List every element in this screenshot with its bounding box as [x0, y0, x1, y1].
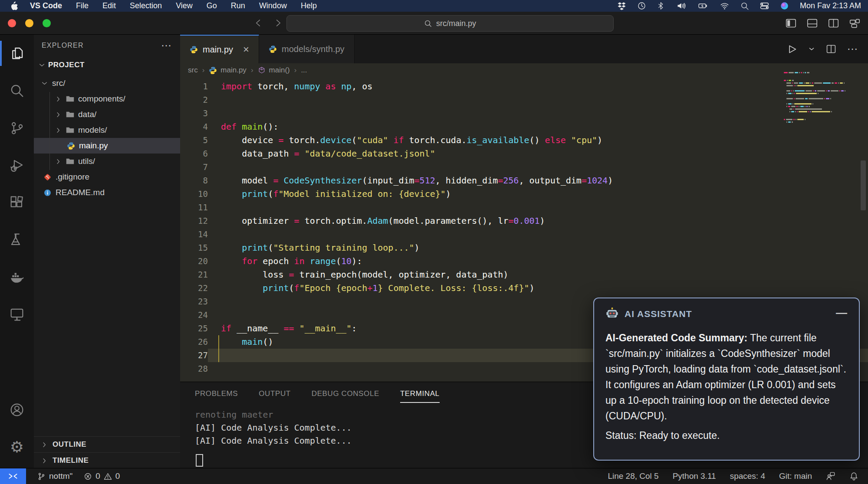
spotlight-icon[interactable] [740, 2, 749, 10]
menu-item-edit[interactable]: Edit [102, 1, 116, 10]
tree-item-models[interactable]: models/ [34, 122, 180, 138]
activity-docker[interactable] [0, 258, 34, 296]
problems-item[interactable]: 0 0 [84, 471, 120, 481]
editor-tab-models-synth-py[interactable]: models/synth.py [259, 35, 355, 63]
menu-bar-clock[interactable]: Mon Fav 2:13 AM [800, 1, 861, 10]
battery-icon[interactable] [697, 1, 709, 10]
menu-item-selection[interactable]: Selection [130, 1, 162, 10]
code-line-15[interactable]: 15 print("Starting training loop...") [180, 241, 868, 255]
minimize-panel-icon[interactable]: — [836, 307, 848, 318]
zoom-window-button[interactable] [43, 19, 51, 27]
explorer-more-actions-icon[interactable]: ⋯ [161, 39, 172, 52]
run-icon[interactable] [786, 44, 797, 55]
close-window-button[interactable] [8, 19, 16, 27]
code-line-21[interactable]: 21 loss = train_epoch(model, optimizer, … [180, 268, 868, 281]
code-line-3[interactable]: 3 [180, 107, 868, 120]
close-tab-icon[interactable]: × [243, 44, 249, 55]
breadcrumb-item-main[interactable]: main() [258, 66, 290, 75]
tree-item-src[interactable]: src/ [34, 75, 180, 91]
code-line-11[interactable]: 11 [180, 201, 868, 214]
breadcrumb-label: ... [301, 66, 307, 75]
editor-tab-main-py[interactable]: main.py× [180, 35, 259, 63]
line-number: 2 [180, 93, 208, 107]
tree-item-utils[interactable]: utils/ [34, 154, 180, 169]
panel-tab-output[interactable]: OUTPUT [259, 389, 290, 403]
sidebar-section-timeline[interactable]: TIMELINE [34, 452, 180, 468]
code-line-12[interactable]: 12 optimizer = torch.optim.Adam(model.pa… [180, 214, 868, 228]
menu-item-run[interactable]: Run [231, 1, 245, 10]
git-branch-item[interactable]: nottm" [37, 471, 72, 481]
status-git[interactable]: Git: main [779, 471, 812, 481]
code-line-8[interactable]: 8 model = CodeSynthesizer(input_dim=512,… [180, 174, 868, 187]
navigate-back-icon[interactable] [253, 18, 263, 28]
breadcrumb-item-src[interactable]: src [188, 66, 198, 75]
menu-item-vs-code[interactable]: VS Code [30, 1, 62, 10]
ai-panel-title: AI ASSISTANT [625, 309, 692, 319]
tree-item-readmemd[interactable]: README.md [34, 185, 180, 200]
menu-item-file[interactable]: File [76, 1, 89, 10]
navigate-forward-icon[interactable] [273, 18, 283, 28]
panel-tab-terminal[interactable]: TERMINAL [400, 389, 440, 403]
terminal-cursor[interactable] [196, 454, 203, 467]
editor-scrollbar[interactable] [861, 160, 866, 210]
activity-run-debug[interactable] [0, 147, 34, 184]
clock-icon[interactable] [637, 1, 646, 10]
wifi-icon[interactable] [720, 1, 730, 10]
activity-settings[interactable]: ⚙ [0, 428, 34, 466]
control-center-icon[interactable] [760, 1, 769, 10]
code-line-2[interactable]: 2 [180, 93, 868, 107]
toggle-panel-left-icon[interactable] [786, 18, 796, 29]
status-spaces[interactable]: spaces: 4 [730, 471, 765, 481]
menu-item-help[interactable]: Help [301, 1, 317, 10]
code-line-7[interactable]: 7 [180, 160, 868, 174]
menu-item-window[interactable]: Window [259, 1, 287, 10]
breadcrumb-item-mainpy[interactable]: main.py [209, 66, 247, 75]
remote-indicator[interactable] [0, 468, 26, 484]
panel-tab-problems[interactable]: PROBLEMS [195, 389, 238, 403]
code-line-6[interactable]: 6 data_path = "data/code_dataset.jsonl" [180, 147, 868, 160]
tree-item-data[interactable]: data/ [34, 107, 180, 122]
activity-extensions[interactable] [0, 184, 34, 221]
command-center-search[interactable]: src/main.py [286, 15, 614, 32]
bell-icon[interactable] [849, 472, 858, 481]
activity-accounts[interactable] [0, 391, 34, 428]
code-line-10[interactable]: 10 print(f"Model initialized on: {device… [180, 187, 868, 201]
code-line-22[interactable]: 22 print(f"Epoch {epoch+1} Complete. Los… [180, 281, 868, 295]
split-editor-icon[interactable] [826, 44, 836, 54]
breadcrumb-item-[interactable]: ... [301, 66, 307, 75]
code-line-5[interactable]: 5 device = torch.device("cuda" if torch.… [180, 134, 868, 147]
folder-icon [66, 95, 74, 102]
activity-remote-explorer[interactable] [0, 296, 34, 333]
activity-testing[interactable] [0, 221, 34, 258]
project-section-header[interactable]: PROJECT [34, 56, 180, 74]
siri-icon[interactable] [780, 1, 789, 10]
menu-item-view[interactable]: View [176, 1, 193, 10]
activity-explorer[interactable] [0, 35, 34, 72]
volume-icon[interactable] [676, 1, 686, 10]
code-line-20[interactable]: 20 for epoch in range(10): [180, 255, 868, 268]
sidebar-section-outline[interactable]: OUTLINE [34, 436, 180, 452]
menu-item-go[interactable]: Go [207, 1, 217, 10]
tree-item-gitignore[interactable]: .gitignore [34, 169, 180, 185]
code-line-14[interactable]: 14 [180, 228, 868, 241]
robot-icon [605, 307, 619, 320]
feedback-icon[interactable] [826, 471, 835, 481]
code-line-4[interactable]: 4def main(): [180, 120, 868, 134]
toggle-panel-bottom-icon[interactable] [807, 18, 818, 29]
minimap[interactable] [784, 72, 852, 128]
code-line-1[interactable]: 1import torch, numpy as np, os [180, 80, 868, 93]
status-line[interactable]: Line 28, Col 5 [608, 471, 658, 481]
minimize-window-button[interactable] [25, 19, 33, 27]
tree-item-mainpy[interactable]: main.py [34, 138, 180, 154]
dropbox-icon[interactable] [617, 1, 626, 10]
tree-item-components[interactable]: components/ [34, 91, 180, 107]
bluetooth-icon[interactable] [657, 1, 665, 10]
toggle-panel-right-icon[interactable] [828, 18, 839, 29]
toggle-layout-icon[interactable] [849, 18, 860, 29]
chevron-small-down-icon[interactable] [808, 45, 815, 53]
activity-search[interactable] [0, 72, 34, 109]
activity-source-control[interactable] [0, 109, 34, 147]
status-python[interactable]: Python 3.11 [673, 471, 716, 481]
apple-logo-icon[interactable] [10, 1, 18, 10]
panel-tab-debug-console[interactable]: DEBUG CONSOLE [312, 389, 379, 403]
